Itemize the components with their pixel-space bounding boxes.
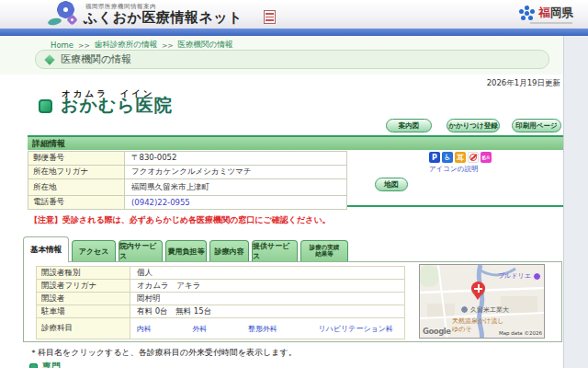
phone-label: 電話番号	[28, 196, 125, 209]
map-poi-onsen-line2: ゆのそ	[452, 326, 504, 334]
tab-basic-info[interactable]: 基本情報	[23, 236, 69, 262]
department-link-surgery[interactable]: 外科	[193, 324, 208, 334]
department-link-rehabilitation[interactable]: リハビリテーション科	[319, 324, 394, 334]
map-poi-hotel: ブルドリエ	[498, 271, 541, 281]
map-poi-university-label: 久留米工業大	[470, 305, 509, 315]
wheelchair-icon: ♿	[442, 152, 453, 163]
diamond-icon	[44, 54, 54, 64]
map-poi-onsen-label: 天然温泉かけ流し ゆのそ	[452, 317, 504, 334]
breadcrumb-home-link[interactable]: Home	[51, 40, 74, 50]
logo-flower-center-icon	[63, 7, 68, 12]
map-copyright: Map data ©2026	[499, 330, 542, 336]
founder-value: 岡村明	[130, 293, 405, 305]
next-section-label: 専門	[42, 361, 61, 368]
site-header: 福岡県医療機関情報案内 ふくおか医療情報ネット 福岡県	[0, 0, 588, 29]
table-row: 電話番号 (0942)22-0955	[28, 196, 347, 210]
no-smoking-icon	[468, 152, 479, 163]
page: 福岡県医療機関情報案内 ふくおか医療情報ネット 福岡県 Home >> 歯科診療…	[0, 0, 588, 368]
table-row: 所在地フリガナ フクオカケンクルメシカミツマチ	[28, 166, 347, 179]
basic-info-table: 開設者種別 個人 開設者フリガナ オカムラ アキラ 開設者 岡村明 駐車場 有料…	[36, 266, 405, 339]
print-page-button[interactable]: 印刷用ページ	[512, 119, 561, 132]
tab-content-panel: 開設者種別 個人 開設者フリガナ オカムラ アキラ 開設者 岡村明 駐車場 有料…	[23, 261, 562, 342]
logo-leaf-icon	[47, 17, 62, 27]
map-button[interactable]: 地図	[375, 178, 408, 191]
updated-date: 2026年1月19日更新	[418, 78, 560, 89]
feature-icons: P ♿ 耳 処方	[429, 152, 492, 163]
phone-link[interactable]: (0942)22-0955	[125, 196, 347, 209]
postal-code-value: 〒830-0052	[125, 152, 347, 165]
breadcrumb-separator: >>	[78, 41, 90, 50]
tab-access[interactable]: アクセス	[72, 240, 116, 261]
icon-legend-link[interactable]: アイコンの説明	[429, 165, 478, 174]
tab-treatment-content[interactable]: 診療内容	[209, 240, 249, 261]
page-title: 医療機関の情報	[61, 52, 131, 66]
page-heading-box: 医療機関の情報	[35, 50, 549, 69]
map-poi-onsen-line1: 天然温泉かけ流し	[452, 317, 504, 326]
right-gutter	[563, 36, 588, 368]
notice-text: 【注意】受診される際は、必ずあらかじめ各医療機関の窓口にご確認ください。	[29, 214, 331, 226]
parking-icon: P	[429, 152, 440, 163]
tab-costs[interactable]: 費用負担等	[165, 240, 207, 261]
founder-kana-value: オカムラ アキラ	[130, 280, 405, 292]
table-row: 駐車場 有料 0台 無料 15台	[37, 305, 405, 318]
table-row: 開設者種別 個人	[37, 267, 405, 280]
logo-small-flower-center-icon	[71, 18, 74, 21]
departments-value: 内科 外科 整形外科 リハビリテーション科	[130, 318, 405, 339]
pref-logo[interactable]: 福岡県	[519, 6, 574, 21]
departments-footnote: ＊科目名をクリックすると、各診療科目の外来受付時間を表示します。	[29, 347, 297, 359]
prescription-icon: 処方	[481, 152, 492, 163]
table-row: 郵便番号 〒830-0052	[28, 152, 347, 166]
detail-section-header: 詳細情報	[28, 137, 563, 150]
department-link-orthopedics[interactable]: 整形外科	[248, 324, 277, 334]
pref-logo-text: 福岡県	[539, 6, 574, 21]
tab-results[interactable]: 診療の実績 結果等	[300, 240, 348, 261]
hearing-icon: 耳	[455, 152, 466, 163]
header-blue-bar	[0, 29, 588, 36]
university-icon	[460, 305, 469, 314]
tab-provided-services[interactable]: 提供サービス	[252, 240, 298, 261]
hotel-icon	[533, 272, 541, 281]
table-row: 診療科目 内科 外科 整形外科 リハビリテーション科	[37, 318, 405, 339]
departments-label: 診療科目	[37, 318, 130, 339]
table-row: 所在地 福岡県久留米市上津町	[28, 179, 347, 196]
tab-in-hospital-services[interactable]: 院内サービス	[119, 240, 163, 261]
breadcrumb-band: Home >> 歯科診療所の情報 >> 医療機関の情報 医療機関の情報	[0, 36, 563, 75]
detail-table: 郵便番号 〒830-0052 所在地フリガナ フクオカケンクルメシカミツマチ 所…	[28, 151, 347, 210]
founder-kana-label: 開設者フリガナ	[37, 280, 130, 292]
department-link-internal-medicine[interactable]: 内科	[137, 324, 152, 334]
site-title[interactable]: ふくおか医療情報ネット	[84, 9, 243, 27]
founder-type-label: 開設者種別	[37, 267, 130, 279]
map-thumbnail[interactable]: ブルドリエ 久留米工業大 天然温泉かけ流し ゆのそ Google Map dat…	[419, 264, 545, 339]
family-doctor-register-button[interactable]: かかりつけ登録	[447, 119, 500, 132]
header-mini-icon[interactable]	[264, 10, 276, 24]
table-row: 開設者フリガナ オカムラ アキラ	[37, 280, 405, 293]
founder-label: 開設者	[37, 293, 130, 305]
map-marker-icon	[471, 282, 485, 295]
table-row: 開設者 岡村明	[37, 293, 405, 305]
address-label: 所在地	[28, 179, 125, 195]
guide-map-button[interactable]: 案内図	[386, 119, 432, 132]
address-kana-value: フクオカケンクルメシカミツマチ	[125, 166, 347, 178]
pref-flower-icon	[519, 6, 535, 21]
founder-type-value: 個人	[130, 267, 405, 279]
clinic-name: おかむら医院	[61, 94, 173, 118]
section-bullet-icon	[29, 363, 38, 368]
google-logo: Google	[423, 327, 450, 336]
breadcrumb-separator: >>	[162, 41, 174, 50]
address-value: 福岡県久留米市上津町	[125, 179, 347, 195]
address-kana-label: 所在地フリガナ	[28, 166, 125, 178]
map-poi-hotel-label: ブルドリエ	[498, 271, 531, 281]
postal-code-label: 郵便番号	[28, 152, 125, 165]
clinic-bullet-icon	[39, 99, 52, 113]
parking-label: 駐車場	[37, 305, 130, 317]
pref-logo-subline	[530, 22, 572, 24]
detail-section: 詳細情報 郵便番号 〒830-0052 所在地フリガナ フクオカケンクルメシカミ…	[28, 135, 563, 207]
next-section-heading: 専門	[29, 361, 61, 368]
map-marker-tail	[474, 294, 481, 304]
parking-value: 有料 0台 無料 15台	[130, 305, 405, 317]
